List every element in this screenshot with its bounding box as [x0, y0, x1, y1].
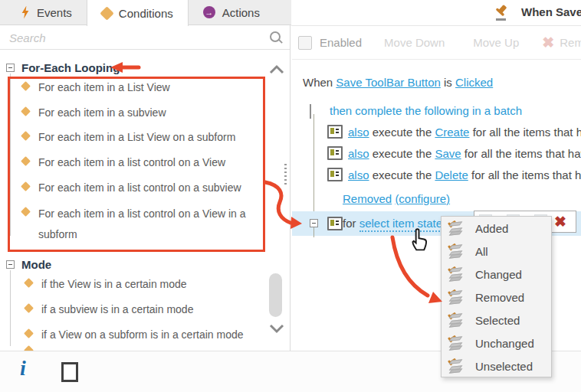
state-layers-icon	[449, 337, 464, 350]
rule-designer-window: Events Conditions → Actions When Save To…	[0, 0, 581, 392]
tab-actions-label: Actions	[222, 6, 260, 19]
panel-divider	[290, 25, 290, 351]
tab-events-label: Events	[37, 6, 72, 19]
method-link[interactable]: Delete	[435, 168, 468, 181]
tab-conditions[interactable]: Conditions	[87, 0, 189, 26]
search-input[interactable]	[8, 28, 264, 47]
select-item-state-link[interactable]: select item state	[359, 217, 442, 232]
collapse-icon[interactable]	[6, 260, 15, 269]
tab-events[interactable]: Events	[6, 0, 87, 24]
move-down-label[interactable]: Move Down	[384, 36, 445, 49]
event-target-link[interactable]: Save ToolBar Button	[336, 76, 440, 89]
menu-item-unselected[interactable]: Unselected	[441, 354, 551, 377]
rule-when-line: When Save ToolBar Button is Clicked	[303, 76, 493, 89]
for-text: for	[343, 217, 359, 230]
tree-item[interactable]: if a subview is in a certain mode	[25, 303, 193, 315]
state-layers-icon	[449, 314, 464, 327]
enabled-label: Enabled	[320, 36, 362, 49]
state-layers-icon	[449, 360, 464, 373]
rule-connector	[313, 114, 314, 217]
tree-section-for-each[interactable]: For-Each Looping	[6, 61, 120, 74]
menu-item-all[interactable]: All	[441, 240, 551, 263]
tree-item-label: if the View is in a certain mode	[41, 278, 187, 290]
collapse-icon[interactable]	[6, 64, 15, 72]
event-name-link[interactable]: Clicked	[455, 76, 493, 89]
row-text: for all the items that hav	[468, 168, 581, 181]
menu-item-changed[interactable]: Changed	[441, 263, 551, 286]
batch-label[interactable]: then complete the following in a batch	[330, 104, 522, 117]
tree-section-mode[interactable]: Mode	[6, 258, 51, 271]
remove-icon[interactable]: ✖	[542, 35, 554, 50]
method-link[interactable]: Save	[435, 147, 461, 160]
list-item-icon	[327, 168, 343, 181]
rule-title: When Save ToolB	[521, 5, 581, 18]
gavel-icon	[493, 4, 511, 22]
scroll-up-icon[interactable]	[268, 64, 285, 75]
diamond-icon	[25, 329, 34, 338]
window-icon[interactable]	[61, 362, 78, 382]
rule-connector	[313, 227, 314, 237]
rule-title-bar: When Save ToolB	[291, 0, 581, 26]
also-link[interactable]: also	[348, 126, 369, 139]
menu-item-added[interactable]: Added	[441, 217, 551, 240]
list-item-icon	[327, 146, 343, 160]
tab-conditions-label: Conditions	[119, 7, 173, 20]
rule-row[interactable]: also execute the Save for all the items …	[327, 146, 581, 160]
rule-row[interactable]: also execute the Delete for all the item…	[327, 168, 581, 181]
removed-link[interactable]: Removed	[343, 192, 392, 205]
collapse-icon[interactable]	[310, 219, 318, 227]
state-layers-icon	[449, 222, 464, 235]
panel-splitter[interactable]	[284, 164, 287, 185]
tab-actions[interactable]: → Actions	[189, 0, 274, 24]
when-text: When	[303, 76, 336, 89]
method-link[interactable]: Create	[435, 126, 469, 139]
list-item-icon	[327, 125, 343, 139]
menu-item-label: Unchanged	[475, 337, 534, 350]
lightning-icon	[21, 6, 30, 19]
state-layers-icon	[449, 291, 464, 304]
menu-item-label: Added	[475, 222, 508, 235]
tree-item[interactable]: if the View is in a certain mode	[25, 278, 187, 290]
row-text: for all the items that hav	[469, 126, 581, 139]
arrow-circle-icon: →	[203, 6, 215, 18]
menu-item-label: Selected	[475, 314, 520, 327]
diamond-icon	[25, 304, 34, 313]
rule-row[interactable]: also execute the Create for all the item…	[327, 125, 581, 139]
enabled-checkbox[interactable]	[298, 36, 312, 50]
row-text: for all the items that have	[461, 147, 581, 160]
tree-section-label: For-Each Looping	[21, 61, 120, 74]
remove-label[interactable]: Remove	[560, 36, 581, 49]
also-link[interactable]: also	[348, 147, 369, 160]
scroll-down-icon[interactable]	[268, 323, 285, 334]
row-text: execute the	[369, 168, 435, 181]
menu-item-removed[interactable]: Removed	[441, 286, 551, 309]
state-layers-icon	[449, 268, 464, 281]
info-icon[interactable]: i	[20, 358, 26, 379]
search-icon[interactable]	[270, 31, 281, 42]
delete-row-button[interactable]: ✖	[554, 213, 566, 230]
menu-item-unchanged[interactable]: Unchanged	[441, 332, 551, 354]
menu-item-selected[interactable]: Selected	[441, 309, 551, 332]
menu-item-label: Unselected	[475, 360, 533, 373]
also-link[interactable]: also	[348, 168, 369, 181]
tree-connector	[10, 270, 11, 346]
row-text: execute the	[369, 126, 435, 139]
move-up-label[interactable]: Move Up	[473, 36, 519, 49]
menu-item-label: Changed	[475, 268, 522, 281]
item-state-menu: Added All Changed Removed Selected Uncha…	[441, 216, 552, 377]
tree-item-label: if a View on a subform is in a certain m…	[41, 328, 244, 341]
rule-toolbar: Enabled Move Down Move Up ✖ Remove	[292, 26, 581, 60]
menu-item-label: All	[475, 245, 488, 258]
annotation-red-rectangle	[8, 77, 265, 252]
diamond-icon	[25, 279, 34, 288]
scrollbar-thumb[interactable]	[269, 273, 282, 317]
tree-item-label: if a subview is in a certain mode	[41, 303, 193, 315]
collapse-icon[interactable]	[310, 104, 311, 119]
tree-item[interactable]: if a View on a subform is in a certain m…	[25, 328, 244, 341]
diamond-icon	[100, 6, 113, 20]
rule-row-continuation: Removed (configure)	[343, 192, 450, 205]
configure-link[interactable]: (configure)	[395, 192, 450, 205]
tree-section-label: Mode	[21, 258, 51, 271]
state-layers-icon	[449, 245, 464, 258]
list-item-icon	[327, 217, 343, 230]
